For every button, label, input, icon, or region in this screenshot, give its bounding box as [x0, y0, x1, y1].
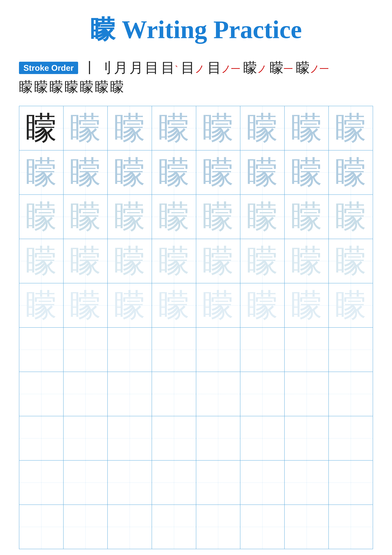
- grid-row-1: 矇 矇 矇 矇 矇 矇 矇 矇: [19, 106, 373, 150]
- grid-cell: 矇: [107, 195, 152, 239]
- grid-row-4: 矇 矇 矇 矇 矇 矇 矇 矇: [19, 239, 373, 283]
- char-light1: 矇: [335, 155, 367, 190]
- grid-cell-empty[interactable]: [240, 416, 285, 460]
- grid-row-7: [19, 372, 373, 416]
- char-light4: 矇: [291, 288, 322, 323]
- grid-cell: 矇: [196, 283, 240, 328]
- grid-cell-empty[interactable]: [328, 460, 373, 505]
- stroke-7-red: ノ: [195, 63, 205, 75]
- grid-cell-empty[interactable]: [328, 505, 373, 549]
- grid-cell-empty[interactable]: [196, 505, 240, 549]
- grid-cell-empty[interactable]: [19, 460, 64, 505]
- grid-cell-empty[interactable]: [107, 328, 152, 372]
- char-light4: 矇: [158, 288, 190, 323]
- page: 矇 Writing Practice Stroke Order 丨 刂 月 月 …: [0, 0, 392, 555]
- practice-grid: 矇 矇 矇 矇 矇 矇 矇 矇 矇 矇 矇 矇 矇 矇 矇 矇: [19, 106, 373, 549]
- stroke-7-item: 目ノ: [181, 59, 205, 76]
- grid-cell-empty[interactable]: [152, 460, 196, 505]
- grid-cell-empty[interactable]: [196, 416, 240, 460]
- grid-cell-empty[interactable]: [64, 372, 108, 416]
- grid-cell-empty[interactable]: [328, 372, 373, 416]
- stroke-8-item: 目ノ一: [207, 59, 240, 76]
- stroke-17: 矇: [95, 78, 109, 96]
- grid-cell: 矇: [240, 106, 285, 150]
- stroke-11-base: 矇: [296, 59, 310, 76]
- grid-cell-empty[interactable]: [285, 328, 329, 372]
- grid-cell: 矇: [19, 239, 64, 283]
- grid-cell: 矇: [196, 239, 240, 283]
- grid-cell-empty[interactable]: [19, 328, 64, 372]
- grid-cell: 矇: [152, 239, 196, 283]
- grid-cell-empty[interactable]: [107, 460, 152, 505]
- grid-cell: 矇: [152, 150, 196, 195]
- grid-cell-empty[interactable]: [107, 505, 152, 549]
- grid-cell: 矇: [152, 195, 196, 239]
- grid-cell-empty[interactable]: [19, 416, 64, 460]
- grid-cell-empty[interactable]: [328, 328, 373, 372]
- grid-cell: 矇: [107, 106, 152, 150]
- stroke-12: 矇: [19, 78, 33, 96]
- grid-cell: 矇: [107, 283, 152, 328]
- grid-cell-empty[interactable]: [19, 372, 64, 416]
- char-solid: 矇: [25, 110, 57, 146]
- grid-cell-empty[interactable]: [196, 372, 240, 416]
- char-light1: 矇: [70, 155, 101, 190]
- grid-cell: 矇: [64, 239, 108, 283]
- grid-cell-empty[interactable]: [240, 505, 285, 549]
- grid-cell-empty[interactable]: [285, 460, 329, 505]
- grid-cell-empty[interactable]: [152, 416, 196, 460]
- grid-cell-empty[interactable]: [240, 328, 285, 372]
- grid-cell: 矇: [240, 150, 285, 195]
- stroke-order-section: Stroke Order 丨 刂 月 月 目 目` 目ノ 目ノ一 矇ノ 矇一: [19, 59, 373, 96]
- grid-cell-empty[interactable]: [64, 505, 108, 549]
- title-text: Writing Practice: [115, 15, 302, 44]
- char-light3: 矇: [247, 243, 278, 278]
- grid-cell-empty[interactable]: [152, 328, 196, 372]
- grid-cell-empty[interactable]: [196, 460, 240, 505]
- grid-cell: 矇: [285, 283, 329, 328]
- grid-cell-empty[interactable]: [152, 505, 196, 549]
- grid-cell: 矇: [64, 150, 108, 195]
- grid-cell: 矇: [64, 283, 108, 328]
- grid-cell-empty[interactable]: [19, 505, 64, 549]
- grid-cell-empty[interactable]: [107, 372, 152, 416]
- grid-cell-empty[interactable]: [107, 416, 152, 460]
- grid-cell-empty[interactable]: [285, 372, 329, 416]
- grid-cell-empty[interactable]: [240, 372, 285, 416]
- char-light1: 矇: [158, 110, 190, 146]
- grid-row-9: [19, 460, 373, 505]
- grid-cell-empty[interactable]: [285, 416, 329, 460]
- grid-cell-empty[interactable]: [240, 460, 285, 505]
- grid-cell-empty[interactable]: [285, 505, 329, 549]
- grid-cell: 矇: [152, 283, 196, 328]
- grid-cell-empty[interactable]: [196, 328, 240, 372]
- char-light3: 矇: [158, 243, 190, 278]
- stroke-4: 月: [129, 59, 143, 76]
- char-light1: 矇: [70, 110, 101, 146]
- stroke-9-base: 矇: [243, 59, 257, 76]
- stroke-6-item: 目`: [161, 59, 178, 76]
- char-light4: 矇: [202, 288, 234, 323]
- grid-cell: 矇: [64, 195, 108, 239]
- char-light1: 矇: [247, 155, 278, 190]
- grid-cell: 矇: [240, 283, 285, 328]
- grid-cell-empty[interactable]: [328, 416, 373, 460]
- grid-cell: 矇: [196, 106, 240, 150]
- grid-cell-empty[interactable]: [64, 328, 108, 372]
- char-light4: 矇: [114, 288, 145, 323]
- char-light2: 矇: [202, 199, 234, 234]
- char-light4: 矇: [70, 288, 101, 323]
- char-light2: 矇: [291, 199, 322, 234]
- stroke-1: 丨: [83, 59, 97, 76]
- stroke-6-base: 目: [161, 59, 175, 76]
- char-light4: 矇: [335, 288, 367, 323]
- stroke-order-badge: Stroke Order: [19, 62, 78, 74]
- grid-cell-empty[interactable]: [64, 416, 108, 460]
- grid-cell: 矇: [19, 283, 64, 328]
- stroke-10-red: 一: [284, 63, 293, 75]
- grid-cell: 矇: [285, 195, 329, 239]
- stroke-5: 目: [145, 59, 159, 76]
- grid-cell-empty[interactable]: [64, 460, 108, 505]
- grid-cell-empty[interactable]: [152, 372, 196, 416]
- char-light1: 矇: [202, 155, 234, 190]
